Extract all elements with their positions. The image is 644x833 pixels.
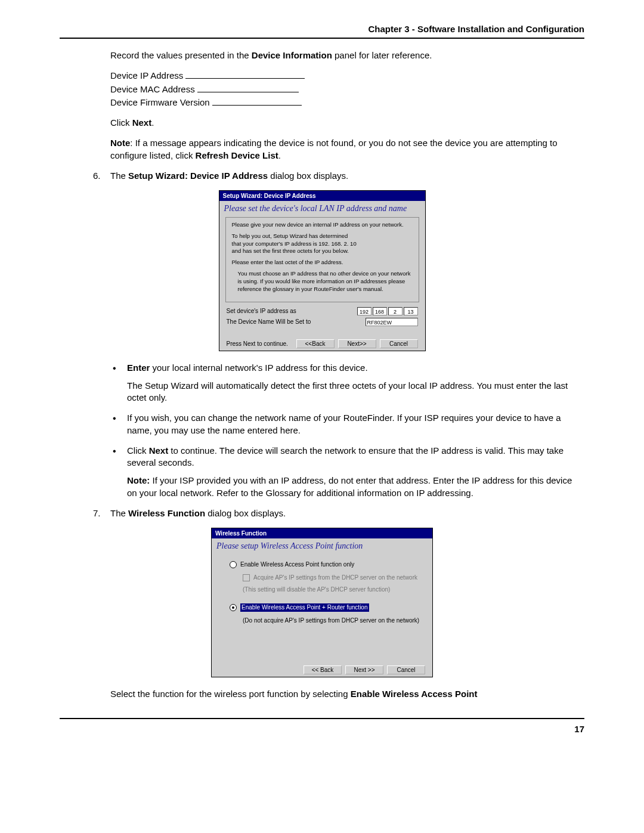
octet-1-input[interactable]: 192 xyxy=(357,307,371,315)
octet-3-input[interactable]: 2 xyxy=(388,307,402,315)
intro-record: Record the values presented in the Devic… xyxy=(110,49,584,61)
back-button[interactable]: << Back xyxy=(304,665,342,674)
cancel-button[interactable]: Cancel xyxy=(387,665,425,674)
radio-icon xyxy=(230,561,237,568)
dialog2-title: Wireless Function xyxy=(212,528,432,538)
dialog-wireless-function: Wireless Function Please setup Wireless … xyxy=(211,528,433,677)
click-next: Click Next. xyxy=(110,117,584,129)
octet-2-input[interactable]: 168 xyxy=(373,307,387,315)
bullet-enter-ip: Enter your local internal network's IP a… xyxy=(110,362,584,404)
row-set-ip: Set device's IP address as 192 168 2 13 xyxy=(219,306,425,317)
radio-ap-router[interactable]: Enable Wireless Access Point + Router fu… xyxy=(230,603,422,612)
note-refresh: Note: If a message appears indicating th… xyxy=(110,137,584,162)
dialog1-instruction: Please set the device's local LAN IP add… xyxy=(219,201,425,217)
octet-4-input[interactable]: 13 xyxy=(404,307,418,315)
row-device-name: The Device Name Will be Set to RF802EW xyxy=(219,317,425,327)
next-button[interactable]: Next>> xyxy=(338,339,376,348)
closing-text: Select the function for the wireless por… xyxy=(110,688,584,700)
header-rule xyxy=(60,38,584,39)
chapter-header: Chapter 3 - Software Installation and Co… xyxy=(60,24,584,34)
back-button[interactable]: <<Back xyxy=(296,339,335,348)
checkbox-icon xyxy=(243,574,250,581)
cancel-button[interactable]: Cancel xyxy=(380,339,418,348)
page-number: 17 xyxy=(60,724,584,734)
footer-rule xyxy=(60,718,584,719)
dialog-ip-address: Setup Wizard: Device IP Address Please s… xyxy=(219,190,426,351)
field-ip: Device IP Address xyxy=(110,70,584,82)
field-fw: Device Firmware Version xyxy=(110,97,584,109)
dialog2-button-row: << Back Next >> Cancel xyxy=(212,663,432,677)
step-6: 6. The Setup Wizard: Device IP Address d… xyxy=(60,170,584,182)
checkbox-acquire-dhcp[interactable]: Acquire AP's IP settings from the DHCP s… xyxy=(243,574,422,582)
dialog1-title: Setup Wizard: Device IP Address xyxy=(219,191,425,201)
device-name-input[interactable]: RF802EW xyxy=(366,318,418,326)
bullet-change-name: If you wish, you can change the network … xyxy=(110,412,584,436)
field-mac: Device MAC Address xyxy=(110,83,584,95)
opt1-desc: (This setting will disable the AP's DHCP… xyxy=(243,586,422,594)
dialog2-instruction: Please setup Wireless Access Point funct… xyxy=(212,538,432,555)
dialog1-body: Please give your new device an internal … xyxy=(225,217,419,302)
opt2-desc: (Do not acquire AP's IP settings from DH… xyxy=(243,617,422,625)
radio-ap-only[interactable]: Enable Wireless Access Point function on… xyxy=(230,561,422,569)
dialog1-button-row: Press Next to continue. <<Back Next>> Ca… xyxy=(219,337,425,351)
bullet-click-next: Click Next to continue. The device will … xyxy=(110,445,584,499)
step-7: 7. The Wireless Function dialog box disp… xyxy=(60,507,584,519)
next-button[interactable]: Next >> xyxy=(345,665,383,674)
radio-icon xyxy=(230,604,237,611)
